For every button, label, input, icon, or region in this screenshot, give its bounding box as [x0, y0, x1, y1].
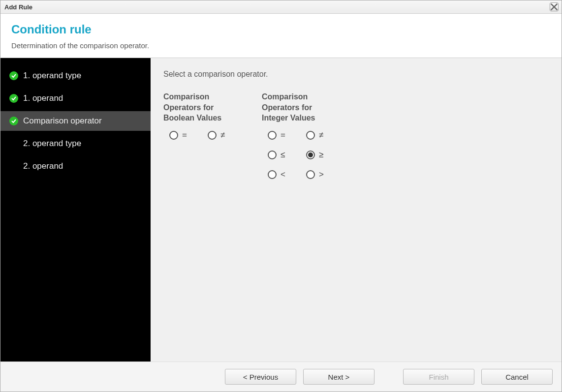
wizard-header: Condition rule Determination of the comp… — [0, 14, 562, 58]
integer-lte-option[interactable]: ≤ — [268, 150, 287, 160]
step-label: Comparison operator — [23, 116, 102, 126]
next-button[interactable]: Next > — [303, 369, 375, 385]
check-icon — [9, 71, 18, 80]
boolean-operators-group: Comparison Operators for Boolean Values … — [163, 91, 232, 180]
step-placeholder-icon — [9, 139, 18, 148]
integer-lt-option[interactable]: < — [268, 170, 287, 180]
step-label: 2. operand — [23, 161, 63, 171]
close-button[interactable] — [550, 2, 559, 11]
radio-icon — [306, 170, 315, 179]
radio-icon — [268, 151, 277, 159]
integer-neq-option[interactable]: ≠ — [306, 130, 326, 140]
radio-label: = — [281, 130, 287, 140]
wizard-title: Condition rule — [11, 23, 551, 36]
step-placeholder-icon — [9, 162, 18, 171]
radio-icon — [306, 131, 315, 140]
radio-label: > — [319, 170, 326, 180]
radio-icon — [268, 131, 277, 140]
wizard-body: 1. operand type 1. operand Comparison op… — [0, 58, 562, 362]
previous-button[interactable]: < Previous — [225, 369, 296, 385]
dialog-title: Add Rule — [4, 3, 32, 11]
close-icon — [550, 3, 558, 11]
check-icon — [9, 117, 18, 125]
integer-eq-option[interactable]: = — [268, 130, 287, 140]
wizard-button-bar: < Previous Next > Finish Cancel — [0, 362, 562, 392]
radio-label: ≠ — [220, 130, 227, 140]
integer-operators-group: Comparison Operators for Integer Values … — [262, 91, 331, 180]
step-comparison-operator[interactable]: Comparison operator — [0, 111, 151, 131]
radio-icon — [268, 170, 277, 179]
boolean-eq-option[interactable]: = — [169, 130, 189, 140]
operator-groups: Comparison Operators for Boolean Values … — [163, 91, 549, 180]
step-operand2[interactable]: 2. operand — [0, 156, 151, 176]
integer-group-title: Comparison Operators for Integer Values — [262, 91, 331, 123]
radio-icon — [208, 131, 217, 140]
wizard-subtitle: Determination of the comparison operator… — [11, 41, 551, 50]
wizard-steps-sidebar: 1. operand type 1. operand Comparison op… — [0, 58, 151, 362]
step-operand1-type[interactable]: 1. operand type — [0, 66, 151, 86]
cancel-button[interactable]: Cancel — [481, 369, 553, 385]
step-operand1[interactable]: 1. operand — [0, 89, 151, 108]
radio-label: ≥ — [319, 150, 326, 160]
finish-button[interactable]: Finish — [403, 369, 474, 385]
radio-label: ≠ — [319, 130, 326, 140]
radio-label: = — [182, 130, 189, 140]
step-label: 1. operand — [23, 93, 63, 103]
button-spacer — [381, 369, 396, 385]
dialog-titlebar: Add Rule — [0, 0, 562, 14]
radio-label: ≤ — [281, 150, 287, 160]
instruction-text: Select a comparison operator. — [163, 70, 549, 79]
integer-gte-option[interactable]: ≥ — [306, 150, 326, 160]
wizard-content: Select a comparison operator. Comparison… — [151, 58, 562, 362]
radio-label: < — [281, 170, 287, 180]
step-label: 1. operand type — [23, 71, 81, 81]
check-icon — [9, 94, 18, 103]
integer-gt-option[interactable]: > — [306, 170, 326, 180]
step-operand2-type[interactable]: 2. operand type — [0, 134, 151, 153]
add-rule-dialog: Add Rule Condition rule Determination of… — [0, 0, 562, 392]
radio-icon — [306, 151, 315, 159]
step-label: 2. operand type — [23, 139, 81, 149]
boolean-neq-option[interactable]: ≠ — [208, 130, 227, 140]
radio-icon — [169, 131, 178, 140]
boolean-group-title: Comparison Operators for Boolean Values — [163, 91, 232, 123]
